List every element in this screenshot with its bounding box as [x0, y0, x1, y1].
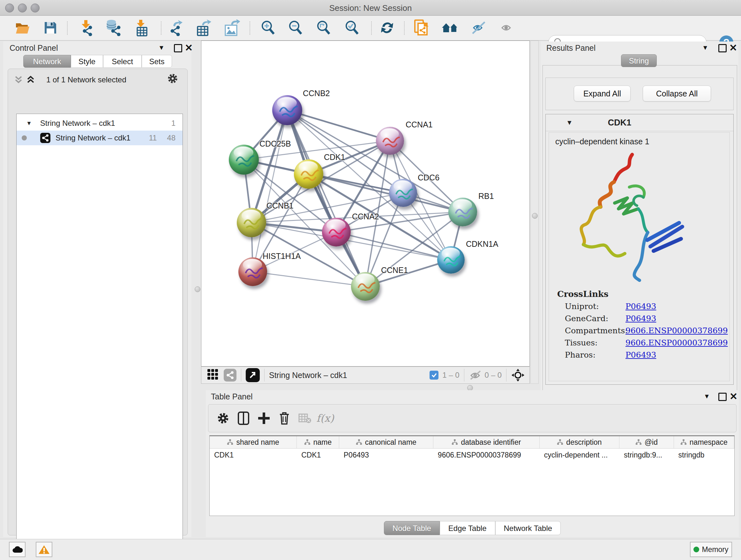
tab-node-table[interactable]: Node Table	[384, 521, 440, 535]
network-node-CCNB1[interactable]	[237, 208, 266, 237]
left-splitter-handle[interactable]	[195, 287, 200, 292]
delete-column-icon[interactable]	[274, 409, 294, 428]
table-toolbar: f(x)	[208, 404, 737, 432]
create-column-icon[interactable]	[254, 409, 274, 428]
results-panel-float-icon[interactable]	[718, 44, 727, 52]
network-node-label: CDKN1A	[466, 240, 498, 249]
show-all-icon[interactable]	[497, 19, 515, 37]
gene-section-header[interactable]: ▼ CDK1	[546, 114, 733, 131]
crosslink-value-link[interactable]: 9606.ENSP00000378699	[625, 326, 728, 335]
tab-select[interactable]: Select	[103, 55, 142, 68]
zoom-in-icon[interactable]	[259, 19, 277, 37]
selected-checkbox-icon[interactable]	[429, 371, 439, 380]
network-node-CDC6[interactable]	[389, 179, 417, 207]
clone-network-icon[interactable]	[413, 19, 431, 37]
import-network-file-icon[interactable]	[77, 19, 95, 37]
results-panel-menu-icon[interactable]: ▼	[702, 44, 709, 51]
show-columns-icon[interactable]	[233, 409, 254, 428]
table-panel-menu-icon[interactable]: ▼	[704, 393, 710, 400]
node-table: shared namenamecanonical namedatabase id…	[209, 435, 735, 516]
column-header-canonical-name[interactable]: canonical name	[339, 436, 433, 448]
pan-crosshair-icon[interactable]	[511, 368, 525, 382]
detach-view-icon[interactable]	[246, 368, 260, 382]
open-session-button[interactable]	[13, 19, 31, 37]
network-node-CDC25B[interactable]	[229, 145, 259, 175]
cloud-status-button[interactable]	[9, 542, 25, 557]
network-node-RB1[interactable]	[448, 198, 477, 226]
results-buttons-box: Expand All Collapse All	[545, 78, 734, 110]
table-panel-close-icon[interactable]: ✕	[730, 393, 738, 400]
export-network-icon[interactable]	[167, 19, 185, 37]
string-results-container: Expand All Collapse All ▼ CDK1 cyclin–de…	[542, 65, 737, 395]
column-header-namespace[interactable]: namespace	[674, 436, 734, 448]
column-header-name[interactable]: name	[297, 436, 339, 448]
network-node-label: CCNA1	[406, 120, 433, 129]
tab-sets[interactable]: Sets	[142, 55, 172, 68]
column-header-description[interactable]: description	[540, 436, 619, 448]
zoom-selected-icon[interactable]	[343, 19, 361, 37]
table-header-row: shared namenamecanonical namedatabase id…	[210, 436, 734, 449]
import-network-database-icon[interactable]	[105, 19, 122, 37]
export-image-icon[interactable]	[223, 19, 241, 37]
network-node-CDKN1A[interactable]	[437, 246, 465, 273]
zoom-out-icon[interactable]	[286, 19, 305, 37]
table-options-gear-icon[interactable]	[213, 409, 233, 428]
network-node-CCNB2[interactable]	[272, 95, 302, 125]
control-panel-float-icon[interactable]	[174, 44, 182, 52]
network-view-type-icon[interactable]	[224, 369, 237, 381]
network-collection-row[interactable]: ▼ String Network – cdk1 1	[17, 116, 183, 131]
table-data-row[interactable]: CDK1CDK1P064939606.ENSP00000378699cyclin…	[210, 449, 734, 461]
network-row-selected[interactable]: String Network – cdk1 11 48	[17, 131, 183, 145]
warnings-button[interactable]	[36, 542, 52, 557]
right-splitter[interactable]	[530, 41, 539, 384]
gene-collapse-icon[interactable]: ▼	[566, 119, 573, 126]
expand-all-networks-icon[interactable]	[26, 75, 36, 85]
network-canvas[interactable]: CCNB2 CCNA1 CDC25B CDK1 CDC6	[201, 41, 530, 367]
control-panel-close-icon[interactable]: ✕	[185, 45, 193, 51]
hide-selected-icon[interactable]	[469, 19, 487, 37]
crosslink-row: Compartments:9606.ENSP00000378699	[565, 326, 730, 335]
refresh-icon[interactable]	[378, 19, 396, 37]
crosslink-value-link[interactable]: P06493	[625, 350, 656, 360]
tab-style[interactable]: Style	[71, 55, 103, 68]
crosslink-value-link[interactable]: P06493	[625, 302, 656, 311]
tab-string[interactable]: String	[621, 54, 657, 67]
right-splitter-handle[interactable]	[532, 213, 538, 219]
column-header-database-identifier[interactable]: database identifier	[433, 436, 540, 448]
cell-description: cyclin-dependent ...	[540, 451, 619, 459]
collapse-all-button[interactable]: Collapse All	[643, 85, 711, 102]
birdseye-grid-icon[interactable]	[207, 369, 219, 381]
memory-button[interactable]: Memory	[690, 542, 732, 557]
network-options-gear-icon[interactable]	[167, 73, 179, 84]
tab-network[interactable]: Network	[23, 55, 71, 68]
crosslink-value-link[interactable]: 9606.ENSP00000378699	[625, 338, 728, 348]
collection-expand-icon[interactable]: ▼	[26, 120, 32, 127]
status-bar: Memory	[0, 539, 741, 560]
import-table-file-icon[interactable]	[133, 19, 151, 37]
save-session-button[interactable]	[42, 19, 59, 37]
column-header-shared-name[interactable]: shared name	[210, 436, 297, 448]
network-node-CCNA2[interactable]	[322, 218, 351, 246]
network-node-CCNE1[interactable]	[351, 272, 380, 301]
network-node-CDK1[interactable]	[294, 159, 323, 189]
crosslink-value-link[interactable]: P06493	[625, 314, 656, 323]
tab-network-table[interactable]: Network Table	[495, 521, 561, 535]
export-table-icon[interactable]	[194, 19, 212, 37]
network-tab-panel: 1 of 1 Network selected ▼ String Network…	[8, 69, 188, 536]
column-header--id[interactable]: @id	[619, 436, 674, 448]
home-networks-icon[interactable]	[441, 19, 459, 37]
zoom-fit-icon[interactable]	[315, 19, 333, 37]
results-panel-close-icon[interactable]: ✕	[729, 45, 737, 51]
network-node-label: CDC25B	[259, 139, 291, 148]
crosslink-label: GeneCard:	[565, 314, 625, 323]
control-panel-menu-icon[interactable]: ▼	[158, 44, 165, 51]
tab-edge-table[interactable]: Edge Table	[440, 521, 495, 535]
network-node-CCNA1[interactable]	[376, 127, 404, 155]
table-panel-float-icon[interactable]	[718, 393, 727, 401]
control-panel: Control Panel ▼ ✕ Network Style Select S…	[3, 42, 192, 537]
network-list: ▼ String Network – cdk1 1 String Network…	[16, 114, 183, 560]
collapse-all-networks-icon[interactable]	[14, 75, 23, 85]
main-toolbar: ?	[0, 16, 741, 41]
expand-all-button[interactable]: Expand All	[574, 85, 630, 102]
network-node-HIST1H1A[interactable]	[239, 257, 267, 286]
